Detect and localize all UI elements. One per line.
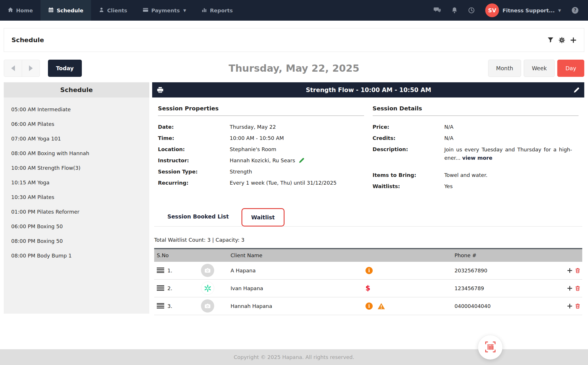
top-navbar: Home Schedule Clients Payments ▼ Reports xyxy=(0,0,588,21)
view-more-link[interactable]: view more xyxy=(462,155,492,161)
session-list-item[interactable]: 01:00 PM Pilates Reformer xyxy=(4,204,149,219)
camera-avatar-icon xyxy=(201,264,214,277)
add-client-icon[interactable] xyxy=(567,303,572,309)
row-number: 3. xyxy=(167,303,185,309)
nav-item-label: Clients xyxy=(107,7,127,13)
warning-icon[interactable] xyxy=(377,302,385,310)
session-list-item[interactable]: 06:00 AM Pilates xyxy=(4,117,149,131)
edit-instructor-icon[interactable] xyxy=(299,157,305,163)
help-icon[interactable]: ? xyxy=(571,7,579,14)
gear-icon[interactable] xyxy=(559,37,565,43)
arrow-left-icon xyxy=(11,65,15,71)
column-phone: Phone # xyxy=(454,252,564,258)
view-day-button[interactable]: Day xyxy=(557,60,584,77)
client-name: Hannah Hapana xyxy=(231,303,365,309)
info-icon[interactable]: i xyxy=(365,267,373,274)
session-list-item[interactable]: 10:15 AM Yoga xyxy=(4,175,149,190)
user-menu[interactable]: SV Fitness Support... ▼ xyxy=(485,3,561,17)
table-header: S.No Client Name Phone # xyxy=(154,249,582,262)
add-client-icon[interactable] xyxy=(567,286,572,291)
info-icon[interactable]: i xyxy=(365,302,373,310)
filter-icon[interactable] xyxy=(548,37,554,43)
table-row: 3. Hannah Hapana i 04000404040 xyxy=(154,297,582,315)
divider xyxy=(373,116,579,116)
instructor-label: Instructor: xyxy=(158,157,230,164)
section-heading: Session Properties xyxy=(158,105,364,112)
delete-icon[interactable] xyxy=(575,285,581,291)
session-list-item[interactable]: 08:00 AM Boxing with Hannah xyxy=(4,146,149,161)
recurring-value: Every 1 week (Tue, Thu) until 31/12/2025 xyxy=(230,179,336,186)
table-row: 2. Ivan Hapana $ 123456789 xyxy=(154,280,582,297)
tab-waitlist[interactable]: Waitlist xyxy=(241,208,285,227)
calendar-toolbar: Today Thursday, May 22, 2025 Month Week … xyxy=(4,60,584,77)
session-info-columns: Session Properties Date:Thursday, May 22… xyxy=(158,105,579,194)
time-label: Time: xyxy=(158,134,230,142)
next-day-button[interactable] xyxy=(22,60,40,77)
delete-icon[interactable] xyxy=(575,303,581,309)
nav-item-label: Payments xyxy=(151,7,180,13)
history-clock-icon[interactable] xyxy=(468,7,475,14)
client-name: Ivan Hapana xyxy=(231,285,365,291)
row-number: 2. xyxy=(167,285,185,291)
session-list-item[interactable]: 10:00 AM Strength Flow(3) xyxy=(4,161,149,175)
nav-item-payments[interactable]: Payments ▼ xyxy=(135,0,194,21)
recurring-label: Recurring: xyxy=(158,179,230,186)
svg-text:?: ? xyxy=(574,8,577,13)
waitlists-value: Yes xyxy=(444,183,453,190)
nav-item-home[interactable]: Home xyxy=(0,0,40,21)
drag-handle-icon[interactable] xyxy=(157,285,164,291)
current-date-title: Thursday, May 22, 2025 xyxy=(229,63,359,74)
divider xyxy=(158,116,364,116)
barcode-scan-button[interactable] xyxy=(478,335,502,360)
items-to-bring-value: Towel and water. xyxy=(444,171,488,179)
view-month-button[interactable]: Month xyxy=(488,60,521,77)
print-icon[interactable] xyxy=(157,87,164,93)
location-value: Stephanie's Room xyxy=(230,146,276,153)
view-week-button[interactable]: Week xyxy=(524,60,555,77)
avatar: SV xyxy=(485,3,499,17)
delete-icon[interactable] xyxy=(575,268,581,273)
session-properties: Session Properties Date:Thursday, May 22… xyxy=(158,105,364,194)
add-icon[interactable] xyxy=(570,37,577,43)
session-details: Session Details Price:N/A Credits:N/A De… xyxy=(373,105,579,194)
nav-item-clients[interactable]: Clients xyxy=(91,0,135,21)
nav-item-schedule[interactable]: Schedule xyxy=(40,0,91,21)
session-list-item[interactable]: 08:00 PM Boxing 50 xyxy=(4,234,149,248)
session-list-item[interactable]: 08:00 PM Body Bump 1 xyxy=(4,248,149,263)
client-phone: 123456789 xyxy=(454,285,564,291)
app-window: Home Schedule Clients Payments ▼ Reports xyxy=(0,0,588,365)
credit-card-icon xyxy=(143,7,148,14)
tab-session-booked-list[interactable]: Session Booked List xyxy=(160,213,236,220)
add-client-icon[interactable] xyxy=(567,268,572,273)
today-button[interactable]: Today xyxy=(48,60,82,77)
camera-avatar-icon xyxy=(201,299,214,313)
person-icon xyxy=(99,7,104,14)
price-label: Price: xyxy=(373,123,444,130)
nav-item-label: Reports xyxy=(210,7,233,13)
nav-item-reports[interactable]: Reports xyxy=(194,0,241,21)
session-list-item[interactable]: 05:00 AM Intermediate xyxy=(4,102,149,117)
sidebar-title: Schedule xyxy=(4,82,149,97)
session-list-item[interactable]: 07:00 AM Yoga 101 xyxy=(4,131,149,146)
column-client-name: Client Name xyxy=(231,252,365,258)
main-row: Schedule 05:00 AM Intermediate 06:00 AM … xyxy=(4,82,584,349)
edit-session-icon[interactable] xyxy=(573,87,580,93)
date-label: Date: xyxy=(158,123,230,130)
home-icon xyxy=(8,7,13,14)
tab-label: Waitlist xyxy=(251,214,275,220)
date-value: Thursday, May 22 xyxy=(230,123,276,130)
drag-handle-icon[interactable] xyxy=(157,303,164,309)
session-list-item[interactable]: 06:00 PM Boxing 50 xyxy=(4,219,149,234)
bell-icon[interactable] xyxy=(451,7,458,14)
drag-handle-icon[interactable] xyxy=(157,268,164,273)
date-step-buttons xyxy=(4,60,40,77)
waitlist-summary: Total Waitlist Count: 3 | Capacity: 3 xyxy=(154,237,582,243)
location-label: Location: xyxy=(158,146,230,153)
chat-icon[interactable] xyxy=(434,7,441,14)
session-type-value: Strength xyxy=(230,168,252,175)
session-list-item[interactable]: 10:30 AM Pilates xyxy=(4,190,149,204)
prev-day-button[interactable] xyxy=(4,60,22,77)
items-to-bring-label: Items to Bring: xyxy=(373,171,444,179)
waitlist-table: S.No Client Name Phone # 1. A Hapana i 2… xyxy=(154,248,582,315)
payment-due-icon[interactable]: $ xyxy=(365,284,370,292)
